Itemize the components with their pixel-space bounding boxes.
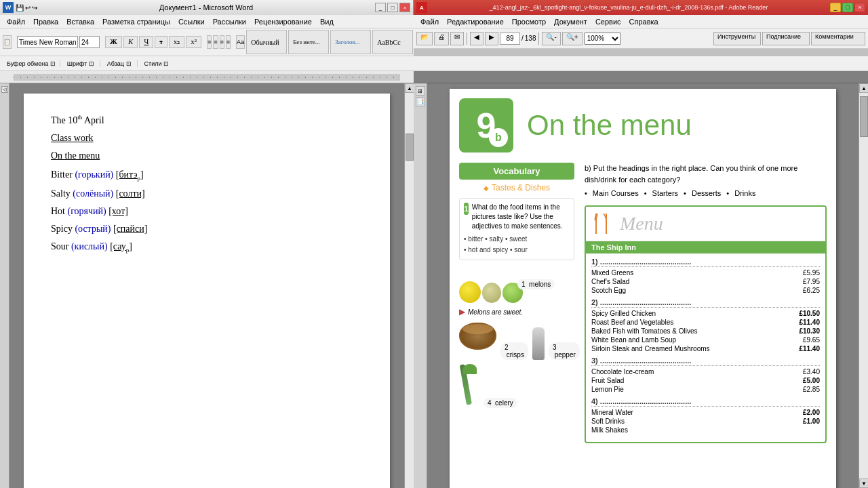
pdf-menu-help[interactable]: Справка [625, 18, 663, 26]
pdf-menu-view[interactable]: Просмотр [508, 18, 550, 26]
menu-chefs-salad: Chef's Salad £7.95 [591, 278, 820, 285]
word-minimize-btn[interactable]: _ [375, 3, 386, 12]
doc-spicy-tr: [спайси] [113, 224, 147, 234]
word-maximize-btn[interactable]: □ [387, 3, 398, 12]
menu-item-name-milk-shakes: Milk Shakes [591, 426, 628, 434]
word-redo-icon[interactable]: ↪ [32, 4, 37, 12]
menu-categories: • Main Courses • Starters • Desserts • D… [585, 189, 827, 197]
pdf-menu-doc[interactable]: Документ [550, 18, 591, 26]
menu-item-price-sirloin: £11.40 [799, 345, 820, 352]
word-menu-insert[interactable]: Вставка [62, 18, 98, 26]
menu-item-price-baked-fish: £10.30 [799, 327, 820, 335]
word-italic-btn[interactable]: К [123, 36, 138, 48]
word-menu-page[interactable]: Разметка страницы [98, 18, 174, 26]
word-styles-btn[interactable]: Аа [236, 35, 245, 49]
word-menu-edit[interactable]: Правка [29, 18, 62, 26]
menu-item-name-lemon-pie: Lemon Pie [591, 386, 624, 393]
word-close-btn[interactable]: × [399, 3, 410, 12]
celery-label: 4 celery [484, 398, 517, 408]
doc-menu-line: On the menu [51, 149, 363, 161]
pdf-title-buttons: _ □ × [830, 3, 868, 12]
word-ruler [0, 71, 414, 83]
doc-sour-en: Sour [51, 241, 71, 251]
pdf-bookmark-btn[interactable]: 📑 [416, 97, 425, 106]
menu-item-price-mineral-water: £2.00 [803, 409, 820, 416]
word-style-heading[interactable]: Заголов... [330, 30, 371, 54]
pdf-zoom-out-btn[interactable]: 🔍- [542, 32, 560, 45]
pdf-scroll-down-btn[interactable]: ▼ [859, 479, 868, 488]
pdf-menu-file[interactable]: Файл [416, 18, 443, 26]
pdf-close-btn[interactable]: × [854, 3, 865, 12]
word-font-size-input[interactable] [79, 36, 100, 48]
word-style-normal[interactable]: Обычный [246, 30, 287, 54]
pdf-prev-page-btn[interactable]: ◀ [470, 32, 484, 45]
doc-salty-en: Salty [51, 188, 73, 199]
word-toolbar-row2: Буфер обмена ⊡ Шрифт ⊡ Абзац ⊡ Стили ⊡ [0, 56, 414, 71]
menu-item-name-spicy-chicken: Spicy Grilled Chicken [591, 310, 656, 317]
menu-item-price-choc-icecream: £3.40 [803, 368, 820, 375]
word-bullet3: • sweet [505, 235, 527, 243]
pdf-maximize-btn[interactable]: □ [842, 3, 853, 12]
pdf-scroll-track [859, 93, 868, 479]
pdf-sign-btn[interactable]: Подписание [762, 32, 810, 45]
word-bold-btn[interactable]: Ж [105, 36, 122, 48]
word-menu-file[interactable]: Файл [3, 18, 29, 26]
ship-inn-label: The Ship Inn [586, 241, 825, 253]
word-font-name-input[interactable] [17, 36, 78, 48]
pdf-tools-btn[interactable]: Инструменты [713, 32, 761, 45]
word-menu-refs[interactable]: Ссылки [174, 18, 209, 26]
celery-top [463, 364, 477, 374]
word-paste-btn[interactable]: 📋 [3, 35, 12, 49]
word-collapse-btn[interactable]: ◁ [1, 86, 8, 93]
pdf-scroll-thumb[interactable] [860, 96, 868, 137]
word-strike-btn[interactable]: з [155, 36, 167, 48]
melons-label: 1 melons [517, 279, 555, 289]
menu-box: Menu The Ship Inn 1) ...................… [585, 205, 827, 443]
pdf-next-page-btn[interactable]: ▶ [485, 32, 498, 45]
word-left-panel: ◁ [0, 83, 9, 488]
word-undo-icon[interactable]: ↩ [25, 4, 31, 12]
word-title-text: Документ1 - Microsoft Word [37, 3, 375, 12]
word-menu-review[interactable]: Рецензирование [250, 18, 316, 26]
pdf-minimize-btn[interactable]: _ [830, 3, 841, 12]
menu-sirloin: Sirloin Steak and Creamed Mushrooms £11.… [591, 345, 820, 352]
word-menu-bar: Файл Правка Вставка Разметка страницы Сс… [0, 15, 414, 28]
vocab-label: Vocabulary [459, 163, 574, 180]
pdf-scroll-up-btn[interactable]: ▲ [859, 83, 868, 93]
pdf-comments-btn[interactable]: Комментарии [811, 32, 865, 45]
pdf-print-btn[interactable]: 🖨 [434, 32, 449, 45]
pdf-email-btn[interactable]: ✉ [450, 32, 464, 45]
word-save-icon[interactable]: 💾 [16, 4, 24, 12]
pdf-sidebar-nav-btn[interactable]: ⊞ [416, 86, 425, 96]
word-title-buttons: _ □ × [375, 3, 413, 12]
scroll-thumb[interactable] [406, 134, 414, 161]
word-menu-mail[interactable]: Рассылки [209, 18, 250, 26]
doc-hot-en: Hot [51, 206, 68, 216]
pdf-zoom-select[interactable]: 100% 75% 125% 150% [584, 33, 621, 45]
word-justify-btn[interactable]: ≡ [226, 35, 231, 49]
word-menu-view[interactable]: Вид [316, 18, 338, 26]
toolbars-row1: 📋 Ж К Ч з х₂ х² ≡ ≡ ≡ ≡ Аа Обычный Без и… [0, 28, 868, 56]
pdf-menu-edit[interactable]: Редактирование [443, 18, 508, 26]
pdf-page-input[interactable] [500, 33, 520, 45]
word-style-no-int[interactable]: Без инте... [288, 30, 329, 54]
word-align-left-btn[interactable]: ≡ [207, 35, 212, 49]
word-page-container: The 10th April Class work On the menu Bi… [9, 83, 404, 488]
word-bullet2: • salty [485, 235, 503, 243]
melon-yellow [459, 281, 481, 303]
word-align-center-btn[interactable]: ≡ [213, 35, 218, 49]
pdf-zoom-in-btn[interactable]: 🔍+ [562, 32, 583, 45]
word-subscript-btn[interactable]: х₂ [169, 36, 185, 48]
example-sentence-row: ▶ Melons are sweet. [459, 307, 574, 317]
pdf-menu-tools[interactable]: Сервис [591, 18, 625, 26]
pdf-open-btn[interactable]: 📂 [416, 32, 433, 45]
cat-desserts: Desserts [692, 189, 721, 197]
example-sentence: Melons are sweet. [468, 308, 523, 316]
word-superscript-btn[interactable]: х² [186, 36, 201, 48]
word-align-right-btn[interactable]: ≡ [220, 35, 224, 49]
scroll-up-btn[interactable]: ▲ [405, 83, 414, 93]
doc-vocab-hot: Hot (горячий) [хот] [51, 205, 363, 217]
doc-classwork-line: Class work [51, 131, 363, 144]
word-style-sample[interactable]: AaBbCc [372, 30, 413, 54]
word-underline-btn[interactable]: Ч [139, 36, 153, 48]
